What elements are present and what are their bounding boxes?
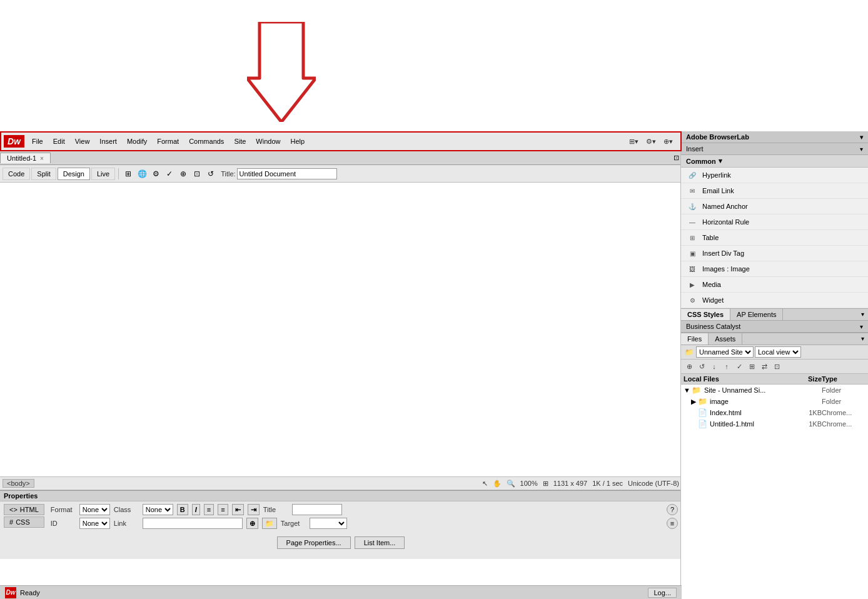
size-header: Size: [790, 375, 822, 383]
insert-named-anchor[interactable]: ⚓ Named Anchor: [681, 199, 868, 214]
css-panel-collapse[interactable]: ▾: [857, 309, 868, 320]
list-item[interactable]: ▶ 📁 image Folder: [681, 396, 868, 407]
bold-button[interactable]: B: [177, 504, 188, 515]
browserlab-collapse[interactable]: ▾: [860, 134, 863, 141]
log-button[interactable]: Log...: [648, 588, 677, 598]
class-select[interactable]: None: [143, 504, 173, 515]
sync-icon[interactable]: ⊕▾: [661, 136, 675, 147]
ap-elements-tab[interactable]: AP Elements: [730, 309, 783, 320]
connect-icon[interactable]: ⊕: [684, 361, 695, 372]
hand-tool-icon[interactable]: ✋: [493, 480, 502, 488]
outdent-btn[interactable]: ⇥: [248, 504, 260, 515]
search-icon[interactable]: ⚙▾: [643, 136, 659, 147]
bc-collapse[interactable]: ▾: [860, 323, 863, 330]
html-type-button[interactable]: <> HTML: [4, 504, 44, 515]
named-anchor-label: Named Anchor: [702, 203, 748, 210]
assets-tab[interactable]: Assets: [709, 333, 742, 345]
insert-media[interactable]: ▶ Media: [681, 277, 868, 293]
insert-email-link[interactable]: ✉ Email Link: [681, 183, 868, 199]
target-select[interactable]: [310, 518, 347, 529]
debug-icon[interactable]: ⚙: [149, 168, 162, 180]
ordered-list-button[interactable]: ≡: [218, 504, 228, 515]
list-item[interactable]: ▶ 📄 Untitled-1.html 1KB Chrome...: [681, 418, 868, 430]
insert-hyperlink[interactable]: 🔗 Hyperlink: [681, 168, 868, 183]
options-button[interactable]: ≡: [667, 518, 678, 529]
list-item[interactable]: ▼ 📁 Site - Unnamed Si... Folder: [681, 385, 868, 396]
insert-collapse[interactable]: ▾: [860, 146, 863, 153]
edit-area[interactable]: [0, 183, 682, 476]
menu-help[interactable]: Help: [285, 135, 310, 148]
file-management-icon[interactable]: ⊞: [122, 168, 134, 180]
italic-button[interactable]: I: [192, 504, 200, 515]
files-tab[interactable]: Files: [681, 333, 709, 345]
menu-edit[interactable]: Edit: [48, 135, 70, 148]
common-dropdown[interactable]: Common ▾: [686, 157, 863, 165]
zoom-tool-icon[interactable]: 🔍: [507, 480, 515, 488]
insert-image[interactable]: 🖼 Images : Image: [681, 261, 868, 277]
title-input[interactable]: [237, 168, 337, 179]
collapse-icon[interactable]: ▼: [684, 386, 690, 394]
menu-site[interactable]: Site: [229, 135, 251, 148]
workspace-switcher[interactable]: ⊞▾: [627, 136, 641, 147]
check-links-icon[interactable]: ⊕: [177, 168, 189, 180]
expand-icon[interactable]: ⊡: [771, 361, 782, 372]
link-folder-button[interactable]: 📁: [262, 518, 277, 529]
preview-icon[interactable]: 🌐: [136, 168, 148, 180]
format-select[interactable]: None: [79, 504, 110, 515]
design-button[interactable]: Design: [58, 168, 90, 180]
css-styles-tab[interactable]: CSS Styles: [681, 309, 730, 320]
window-size-icon[interactable]: ⊞: [543, 480, 548, 488]
live-button[interactable]: Live: [91, 168, 115, 180]
title-prop-input[interactable]: [292, 504, 342, 515]
get-icon[interactable]: ↓: [709, 361, 720, 372]
indent-btn[interactable]: ⇤: [232, 504, 244, 515]
view-selector[interactable]: Local view: [755, 346, 801, 358]
code-button[interactable]: Code: [3, 168, 30, 180]
site-root-icon[interactable]: 📁: [684, 346, 695, 358]
common-label: Common: [686, 158, 716, 165]
zoom-level[interactable]: 100%: [520, 480, 538, 487]
page-properties-button[interactable]: Page Properties...: [277, 536, 351, 549]
split-button[interactable]: Split: [31, 168, 56, 180]
menu-file[interactable]: File: [27, 135, 48, 148]
menu-view[interactable]: View: [70, 135, 95, 148]
expand-icon[interactable]: ⊡: [191, 168, 203, 180]
files-panel-collapse[interactable]: ▾: [857, 333, 868, 345]
menu-window[interactable]: Window: [251, 135, 285, 148]
synchronize-icon[interactable]: ⇄: [759, 361, 770, 372]
document-tab[interactable]: Untitled-1 ×: [0, 153, 51, 163]
unordered-list-button[interactable]: ≡: [204, 504, 214, 515]
refresh-icon[interactable]: ↺: [204, 168, 217, 180]
site-selector[interactable]: Unnamed Site: [696, 346, 754, 358]
collapse-icon[interactable]: ▶: [691, 398, 696, 406]
menu-modify[interactable]: Modify: [122, 135, 152, 148]
status-right: ↖ ✋ 🔍 100% ⊞ 1131 x 497 1K / 1 sec Unico…: [482, 480, 679, 488]
css-type-button[interactable]: # CSS: [4, 516, 44, 528]
body-tag[interactable]: <body>: [3, 479, 34, 488]
arrow-indicator: [244, 19, 319, 125]
untitled-html-type: Chrome...: [822, 420, 865, 428]
menu-insert[interactable]: Insert: [94, 135, 122, 148]
list-item[interactable]: ▶ 📄 Index.html 1KB Chrome...: [681, 407, 868, 418]
checkout-icon[interactable]: ✓: [734, 361, 745, 372]
put-icon[interactable]: ↑: [721, 361, 732, 372]
validate-icon[interactable]: ✓: [163, 168, 176, 180]
files-action-bar: ⊕ ↺ ↓ ↑ ✓ ⊞ ⇄ ⊡: [681, 360, 868, 374]
insert-horizontal-rule[interactable]: — Horizontal Rule: [681, 214, 868, 230]
checkin-icon[interactable]: ⊞: [746, 361, 757, 372]
refresh-icon[interactable]: ↺: [696, 361, 707, 372]
list-item-button[interactable]: List Item...: [355, 536, 405, 549]
id-select[interactable]: None: [79, 518, 110, 529]
insert-div-tag[interactable]: ▣ Insert Div Tag: [681, 246, 868, 261]
link-input[interactable]: [143, 518, 243, 529]
image-icon: 🖼: [687, 264, 697, 274]
insert-table[interactable]: ⊞ Table: [681, 230, 868, 246]
menu-format[interactable]: Format: [152, 135, 184, 148]
select-tool-icon[interactable]: ↖: [482, 480, 488, 488]
link-browse-button[interactable]: ⊕: [246, 518, 258, 529]
css-icon: #: [9, 518, 13, 526]
insert-widget[interactable]: ⚙ Widget: [681, 293, 868, 308]
help-button[interactable]: ?: [667, 504, 678, 515]
menu-commands[interactable]: Commands: [184, 135, 229, 148]
tab-close-button[interactable]: ×: [40, 155, 44, 162]
